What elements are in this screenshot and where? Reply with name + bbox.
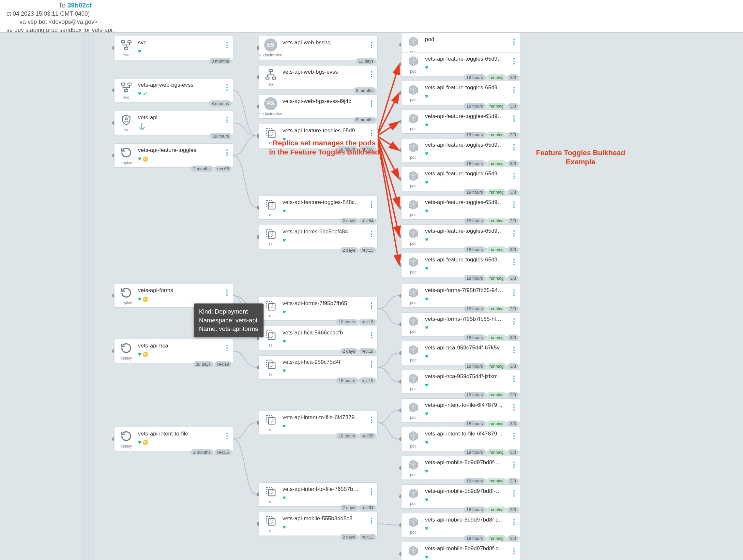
node-menu-icon[interactable]: ⋮: [221, 144, 233, 157]
resource-node[interactable]: podvets-api-feature-toggles-65d9…♥⋮18 ho…: [401, 138, 520, 162]
message-header: To 39b02cf ct 04 2023 15:03:11 GMT-0400)…: [0, 0, 743, 33]
node-menu-icon[interactable]: ⋮: [366, 356, 377, 369]
node-menu-icon[interactable]: ⋮: [366, 124, 377, 137]
node-menu-icon[interactable]: ⋮: [366, 65, 377, 79]
sync-ok-icon: ✔: [143, 91, 147, 97]
status-badge: 18 hours: [464, 363, 486, 369]
svg-rect-22: [268, 232, 275, 238]
node-icon: svc: [115, 79, 138, 102]
node-menu-icon[interactable]: ⋮: [508, 456, 520, 469]
node-menu-icon[interactable]: ⋮: [221, 284, 233, 297]
node-menu-icon[interactable]: ⋮: [366, 225, 377, 238]
node-menu-icon[interactable]: ⋮: [508, 542, 520, 555]
status-badge: running: [487, 74, 506, 81]
resource-node[interactable]: deployvets-api-intent-to-file♥↻⋮2 months…: [114, 427, 233, 451]
resource-node[interactable]: podvets-api-mobile-5b9d97bd8f-…♥⋮18 hour…: [401, 456, 520, 480]
node-title: vets-api-feature-toggles-848c…: [282, 199, 366, 206]
resource-node[interactable]: podvets-api-intent-to-file-6f47879…♥⋮18 …: [401, 398, 520, 422]
resource-node[interactable]: svcsvc♥⋮8 months: [114, 36, 233, 60]
node-menu-icon[interactable]: ⋮: [366, 483, 377, 496]
resource-node[interactable]: rsvets-api-intent-to-file-6f47879…♥⋮18 h…: [259, 411, 378, 435]
node-menu-icon[interactable]: ⋮: [366, 297, 377, 310]
node-menu-icon[interactable]: ⋮: [366, 95, 377, 108]
resource-node[interactable]: podvets-api-feature-toggles-65d9…♥⋮18 ho…: [401, 109, 520, 134]
node-menu-icon[interactable]: ⋮: [508, 167, 520, 180]
node-menu-icon[interactable]: ⋮: [508, 81, 520, 94]
resource-node[interactable]: podvets-api-mobile-5b9d97bd8f-c…♥⋮18 hou…: [401, 513, 520, 537]
resource-node[interactable]: ESendpointslicevets-api-web-bgs-evss-l9j…: [259, 95, 378, 119]
resource-node[interactable]: deployvets-api-hca♥↻⋮20 daysrev:19: [114, 339, 233, 363]
resource-node[interactable]: podvets-api-hca-959c75d4f-67k5v♥⋮18 hour…: [401, 341, 520, 365]
resource-node[interactable]: podvets-api-feature-toggles-65d9…♥⋮18 ho…: [401, 196, 520, 220]
status-badge: 18 hours: [464, 392, 486, 398]
node-menu-icon[interactable]: ⋮: [508, 225, 520, 238]
resource-node[interactable]: epvets-api-web-bgs-evss⋮8 months: [259, 65, 378, 89]
node-menu-icon[interactable]: ⋮: [221, 427, 233, 440]
resource-node[interactable]: deployvets-api-feature-toggles♥↻⋮2 month…: [114, 143, 233, 168]
resource-node[interactable]: rsvets-api-mobile-555b8dd8c8♥⋮2 daysrev:…: [259, 512, 378, 536]
node-menu-icon[interactable]: ⋮: [508, 52, 520, 65]
node-icon: deploy: [115, 339, 138, 363]
resource-node[interactable]: podvets-api-forms-7f95b7fb65-94…♥⋮18 hou…: [401, 284, 520, 308]
node-icon: pod: [401, 196, 425, 219]
node-menu-icon[interactable]: ⋮: [508, 284, 520, 297]
resource-node[interactable]: rsvets-api-forms-6bc5bcf484♥⋮2 daysrev:1…: [259, 225, 378, 249]
status-badge: running: [487, 275, 506, 281]
resource-node[interactable]: podvets-api-feature-toggles-65d9…♥⋮18 ho…: [401, 224, 520, 248]
node-menu-icon[interactable]: ⋮: [508, 139, 520, 151]
resource-node[interactable]: podvets-api-feature-toggles-65d9…♥⋮18 ho…: [401, 167, 520, 191]
resource-node[interactable]: rsvets-api-intent-to-file-76557b…♥⋮2 day…: [259, 482, 378, 507]
node-menu-icon[interactable]: ⋮: [221, 111, 233, 124]
resource-node[interactable]: rsvets-api-forms-7f95b7fb65♥⋮18 hoursrev…: [259, 297, 378, 321]
node-menu-icon[interactable]: ⋮: [366, 196, 377, 209]
resource-node[interactable]: podvets-api-intent-to-file-6f47879…♥⋮18 …: [401, 427, 520, 451]
resource-node[interactable]: podvets-api-mobile-5b9d97bd8f-…♥⋮18 hour…: [401, 484, 520, 509]
status-badge: 18 hours: [464, 334, 486, 341]
node-title: vets-api-web-bgs-evss: [138, 82, 221, 88]
resource-node[interactable]: rsvets-api-hca-959c75d4f♥⋮18 hoursrev:19: [259, 355, 378, 379]
resource-node[interactable]: rsvets-api-feature-toggles-848c…♥⋮2 days…: [259, 196, 378, 220]
node-menu-icon[interactable]: ⋮: [508, 196, 520, 209]
node-menu-icon[interactable]: ⋮: [508, 33, 520, 46]
resource-node[interactable]: podvets-api-feature-toggles-65d9…♥⋮18 ho…: [401, 253, 520, 277]
status-badge: 18 hours: [464, 218, 486, 224]
node-menu-icon[interactable]: ⋮: [366, 36, 377, 49]
node-menu-icon[interactable]: ⋮: [508, 370, 520, 383]
resource-node[interactable]: podvets-api-mobile-5b9d97bd8f-c…♥⋮18 hou…: [401, 542, 520, 560]
node-menu-icon[interactable]: ⋮: [366, 411, 377, 424]
svg-rect-15: [269, 69, 272, 72]
resource-node[interactable]: rsvets-api-hca-5466ccdcfb♥⋮2 daysrev:18: [259, 326, 378, 350]
resource-node[interactable]: svcvets-api-web-bgs-evss♥✔⋮8 months: [114, 78, 233, 102]
node-menu-icon[interactable]: ⋮: [508, 110, 520, 123]
health-heart-icon: ♥: [425, 410, 429, 417]
node-menu-icon[interactable]: ⋮: [221, 79, 233, 92]
node-menu-icon[interactable]: ⋮: [508, 341, 520, 354]
node-icon: pod: [401, 139, 425, 162]
status-badge: running: [487, 449, 506, 455]
resource-node[interactable]: ESendpointslicevets-api-web-bsshq⋮13 day…: [259, 36, 378, 60]
health-heart-icon: ♥: [425, 353, 429, 360]
node-menu-icon[interactable]: ⋮: [508, 313, 520, 326]
node-menu-icon[interactable]: ⋮: [221, 36, 233, 49]
status-badge: running: [487, 478, 506, 484]
node-menu-icon[interactable]: ⋮: [508, 253, 520, 266]
node-menu-icon[interactable]: ⋮: [366, 326, 377, 339]
node-menu-icon[interactable]: ⋮: [221, 339, 233, 353]
status-badge: 18 hours: [210, 133, 231, 139]
node-menu-icon[interactable]: ⋮: [508, 427, 520, 440]
svg-rect-33: [266, 487, 273, 494]
node-icon: rs: [259, 512, 282, 535]
resource-node[interactable]: podvets-api-feature-toggles-65d9…♥⋮18 ho…: [401, 81, 520, 105]
node-title: vets-api-feature-toggles-65d9…: [425, 113, 508, 120]
node-menu-icon[interactable]: ⋮: [508, 399, 520, 412]
status-badge: 8 months: [354, 87, 376, 94]
node-menu-icon[interactable]: ⋮: [508, 513, 520, 526]
node-menu-icon[interactable]: ⋮: [508, 485, 520, 498]
resource-node[interactable]: savets-api⚓⋮18 hours: [114, 111, 233, 135]
resource-node[interactable]: podvets-api-feature-toggles-65d9…♥⋮18 ho…: [401, 52, 520, 76]
resource-node[interactable]: podvets-api-forms-7f95b7fb65-hl…♥⋮18 hou…: [401, 312, 520, 336]
resource-graph-canvas[interactable]: svcsvc♥⋮8 monthssvcvets-api-web-bgs-evss…: [0, 33, 743, 560]
commit-hash[interactable]: 39b02cf: [68, 2, 92, 9]
resource-node[interactable]: podvets-api-hca-959c75d4f-jzfxm♥⋮18 hour…: [401, 370, 520, 394]
node-menu-icon[interactable]: ⋮: [366, 512, 377, 525]
